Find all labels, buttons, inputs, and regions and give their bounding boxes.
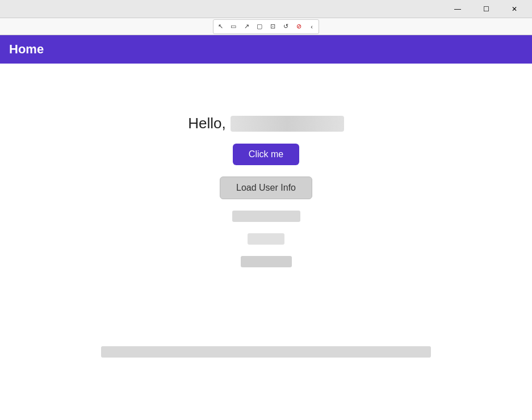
select-icon[interactable]: ⊡ [266, 20, 279, 33]
name-placeholder [231, 116, 344, 132]
load-user-button[interactable]: Load User Info [220, 177, 312, 199]
refresh-icon[interactable]: ↺ [279, 20, 292, 33]
cursor-icon[interactable]: ↖ [214, 20, 227, 33]
hello-row: Hello, [188, 115, 344, 132]
title-bar: — ☐ ✕ [0, 0, 532, 18]
toolbar: ↖ ▭ ↗ ▢ ⊡ ↺ ⊘ ‹ [0, 18, 532, 35]
hello-prefix: Hello, [188, 115, 225, 132]
app-header: Home [0, 35, 532, 64]
close-button[interactable]: ✕ [501, 1, 527, 18]
minimize-button[interactable]: — [445, 1, 471, 18]
placeholder-block-3 [241, 256, 292, 267]
placeholder-block-1 [232, 211, 300, 222]
maximize-button[interactable]: ☐ [473, 1, 499, 18]
inspect-icon[interactable]: ▢ [253, 20, 266, 33]
bottom-bar [101, 346, 431, 358]
toolbar-group: ↖ ▭ ↗ ▢ ⊡ ↺ ⊘ ‹ [213, 19, 319, 34]
stop-icon[interactable]: ⊘ [292, 20, 305, 33]
pointer-icon[interactable]: ↗ [240, 20, 253, 33]
page-title: Home [9, 42, 44, 57]
click-me-button[interactable]: Click me [233, 144, 299, 165]
collapse-icon[interactable]: ‹ [305, 20, 318, 33]
window-icon[interactable]: ▭ [227, 20, 240, 33]
placeholder-block-2 [248, 233, 284, 245]
main-content: Hello, Click me Load User Info [0, 64, 532, 420]
